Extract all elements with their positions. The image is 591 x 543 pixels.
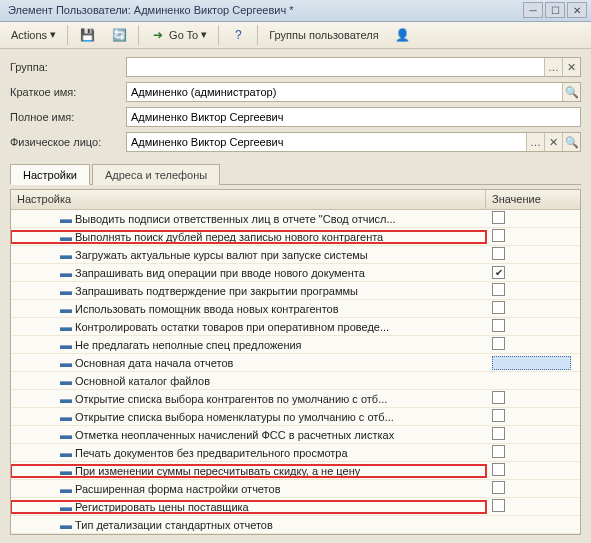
save-icon-button[interactable]: 💾	[72, 24, 102, 46]
checkbox[interactable]	[492, 481, 505, 494]
setting-value-cell[interactable]	[486, 211, 580, 226]
table-row[interactable]: ▬Открытие списка выбора контрагентов по …	[11, 390, 580, 408]
shortname-input[interactable]	[127, 86, 562, 98]
checkbox[interactable]	[492, 247, 505, 260]
setting-name-cell[interactable]: ▬Не предлагать неполные спец предложения	[11, 339, 486, 351]
table-row[interactable]: ▬Не предлагать неполные спец предложения	[11, 336, 580, 354]
table-row[interactable]: ▬При изменении суммы пересчитывать скидк…	[11, 462, 580, 480]
fullname-input[interactable]	[127, 111, 580, 123]
group-input[interactable]	[127, 61, 544, 73]
group-clear-button[interactable]: ✕	[562, 58, 580, 76]
table-row[interactable]: ▬Основная дата начала отчетов	[11, 354, 580, 372]
table-row[interactable]: ▬Открытие списка выбора номенклатуры по …	[11, 408, 580, 426]
close-button[interactable]: ✕	[567, 2, 587, 18]
checkbox[interactable]	[492, 283, 505, 296]
checkbox[interactable]	[492, 301, 505, 314]
separator	[67, 25, 68, 45]
setting-value-cell[interactable]	[486, 319, 580, 334]
shortname-field[interactable]: 🔍	[126, 82, 581, 102]
fullname-field[interactable]	[126, 107, 581, 127]
table-row[interactable]: ▬Отметка неоплаченных начислений ФСС в р…	[11, 426, 580, 444]
setting-value-cell[interactable]	[486, 409, 580, 424]
checkbox[interactable]	[492, 337, 505, 350]
grid-body[interactable]: ▬Выводить подписи ответственных лиц в от…	[11, 210, 580, 534]
setting-value-cell[interactable]	[486, 247, 580, 262]
setting-name-cell[interactable]: ▬Выводить подписи ответственных лиц в от…	[11, 213, 486, 225]
setting-name-cell[interactable]: ▬Расширенная форма настройки отчетов	[11, 483, 486, 495]
person-clear-button[interactable]: ✕	[544, 133, 562, 151]
checkbox[interactable]	[492, 445, 505, 458]
setting-value-cell[interactable]	[486, 283, 580, 298]
setting-text: Отметка неоплаченных начислений ФСС в ра…	[75, 429, 394, 441]
checkbox[interactable]	[492, 211, 505, 224]
group-field[interactable]: … ✕	[126, 57, 581, 77]
setting-value-cell[interactable]	[486, 499, 580, 514]
setting-name-cell[interactable]: ▬Открытие списка выбора номенклатуры по …	[11, 411, 486, 423]
checkbox[interactable]	[492, 499, 505, 512]
setting-name-cell[interactable]: ▬Контролировать остатки товаров при опер…	[11, 321, 486, 333]
goto-menu[interactable]: ➜ Go To▾	[143, 24, 214, 46]
actions-menu[interactable]: Actions▾	[4, 24, 63, 46]
table-row[interactable]: ▬Запрашивать вид операции при вводе ново…	[11, 264, 580, 282]
setting-name-cell[interactable]: ▬Запрашивать подтверждение при закрытии …	[11, 285, 486, 297]
setting-name-cell[interactable]: ▬Загружать актуальные курсы валют при за…	[11, 249, 486, 261]
col-header-name[interactable]: Настройка	[11, 190, 486, 209]
selected-value-cell[interactable]	[492, 356, 571, 370]
user-groups-button[interactable]: Группы пользователя	[262, 24, 385, 46]
table-row[interactable]: ▬Выполнять поиск дублей перед записью но…	[11, 228, 580, 246]
checkbox[interactable]	[492, 463, 505, 476]
setting-name-cell[interactable]: ▬Открытие списка выбора контрагентов по …	[11, 393, 486, 405]
setting-name-cell[interactable]: ▬Использовать помощник ввода новых контр…	[11, 303, 486, 315]
table-row[interactable]: ▬Печать документов без предварительного …	[11, 444, 580, 462]
setting-text: Открытие списка выбора номенклатуры по у…	[75, 411, 394, 423]
table-row[interactable]: ▬Расширенная форма настройки отчетов	[11, 480, 580, 498]
table-row[interactable]: ▬Загружать актуальные курсы валют при за…	[11, 246, 580, 264]
setting-name-cell[interactable]: ▬Основная дата начала отчетов	[11, 357, 486, 369]
help-button[interactable]: ?	[223, 24, 253, 46]
setting-name-cell[interactable]: ▬При изменении суммы пересчитывать скидк…	[11, 465, 486, 477]
checkbox[interactable]	[492, 319, 505, 332]
person-select-button[interactable]: …	[526, 133, 544, 151]
setting-value-cell[interactable]	[486, 445, 580, 460]
setting-name-cell[interactable]: ▬Регистрировать цены поставщика	[11, 501, 486, 513]
checkbox[interactable]	[492, 229, 505, 242]
checkbox[interactable]: ✔	[492, 266, 505, 279]
checkbox[interactable]	[492, 409, 505, 422]
col-header-value[interactable]: Значение	[486, 190, 580, 209]
person-field[interactable]: … ✕ 🔍	[126, 132, 581, 152]
checkbox[interactable]	[492, 427, 505, 440]
setting-name-cell[interactable]: ▬Выполнять поиск дублей перед записью но…	[11, 231, 486, 243]
table-row[interactable]: ▬Тип детализации стандартных отчетов	[11, 516, 580, 534]
tab-settings[interactable]: Настройки	[10, 164, 90, 185]
refresh-icon-button[interactable]: 🔄	[104, 24, 134, 46]
setting-name-cell[interactable]: ▬Запрашивать вид операции при вводе ново…	[11, 267, 486, 279]
table-row[interactable]: ▬Выводить подписи ответственных лиц в от…	[11, 210, 580, 228]
table-row[interactable]: ▬Регистрировать цены поставщика	[11, 498, 580, 516]
setting-name-cell[interactable]: ▬Основной каталог файлов	[11, 375, 486, 387]
tab-addresses[interactable]: Адреса и телефоны	[92, 164, 220, 185]
shortname-lookup-button[interactable]: 🔍	[562, 83, 580, 101]
setting-value-cell[interactable]	[486, 337, 580, 352]
setting-value-cell[interactable]	[486, 391, 580, 406]
person-input[interactable]	[127, 136, 526, 148]
setting-value-cell[interactable]	[486, 301, 580, 316]
person-lookup-button[interactable]: 🔍	[562, 133, 580, 151]
table-row[interactable]: ▬Запрашивать подтверждение при закрытии …	[11, 282, 580, 300]
setting-name-cell[interactable]: ▬Отметка неоплаченных начислений ФСС в р…	[11, 429, 486, 441]
table-row[interactable]: ▬Контролировать остатки товаров при опер…	[11, 318, 580, 336]
setting-value-cell[interactable]	[486, 481, 580, 496]
setting-value-cell[interactable]	[486, 463, 580, 478]
user-icon-button[interactable]: 👤	[388, 24, 418, 46]
minimize-button[interactable]: ─	[523, 2, 543, 18]
table-row[interactable]: ▬Использовать помощник ввода новых контр…	[11, 300, 580, 318]
table-row[interactable]: ▬Основной каталог файлов	[11, 372, 580, 390]
group-select-button[interactable]: …	[544, 58, 562, 76]
setting-name-cell[interactable]: ▬Печать документов без предварительного …	[11, 447, 486, 459]
setting-name-cell[interactable]: ▬Тип детализации стандартных отчетов	[11, 519, 486, 531]
setting-value-cell[interactable]	[486, 427, 580, 442]
setting-value-cell[interactable]	[486, 356, 580, 370]
setting-value-cell[interactable]	[486, 229, 580, 244]
checkbox[interactable]	[492, 391, 505, 404]
setting-value-cell[interactable]: ✔	[486, 266, 580, 279]
maximize-button[interactable]: ☐	[545, 2, 565, 18]
